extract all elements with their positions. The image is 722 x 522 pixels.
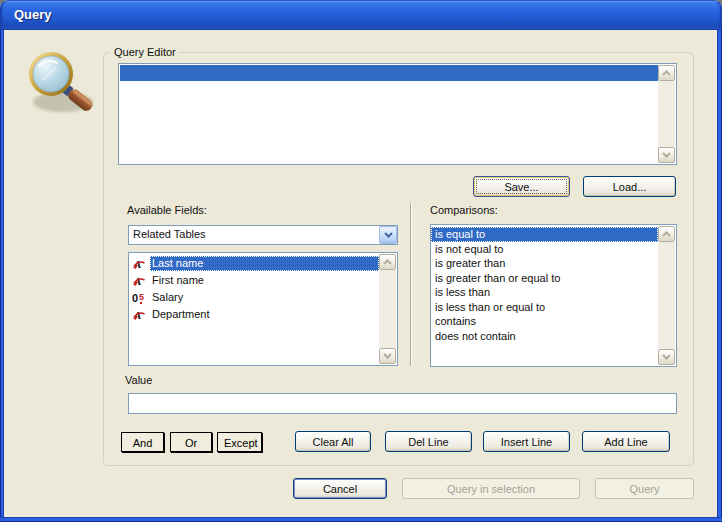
field-list-item[interactable]: A Department bbox=[129, 306, 379, 323]
field-list-item[interactable]: 0 5 Salary bbox=[129, 289, 379, 306]
comparisons-list[interactable]: is equal to is not equal to is greater t… bbox=[430, 224, 677, 367]
scroll-up-button[interactable] bbox=[658, 226, 675, 242]
svg-text:5: 5 bbox=[139, 292, 144, 302]
value-input[interactable] bbox=[128, 393, 677, 414]
dropdown-arrow-button[interactable] bbox=[379, 226, 397, 244]
text-field-icon: A bbox=[132, 308, 146, 322]
available-fields-label: Available Fields: bbox=[127, 204, 207, 217]
except-button[interactable]: Except bbox=[217, 432, 262, 452]
tables-dropdown-value: Related Tables bbox=[133, 228, 206, 240]
query-editor-list[interactable] bbox=[118, 63, 677, 165]
number-field-icon: 0 5 bbox=[132, 291, 146, 305]
chevron-down-icon bbox=[383, 353, 392, 359]
fields-list[interactable]: A Last name A First name 0 5 Salary bbox=[128, 252, 398, 366]
scrollbar-track[interactable] bbox=[658, 81, 675, 147]
window-title: Query bbox=[14, 7, 52, 22]
panel-divider bbox=[410, 203, 412, 366]
comparison-item[interactable]: is greater than bbox=[431, 256, 658, 271]
comparison-item[interactable]: contains bbox=[431, 314, 658, 329]
load-button[interactable]: Load... bbox=[583, 176, 676, 197]
comparisons-scrollbar[interactable] bbox=[658, 226, 675, 365]
text-field-icon: A bbox=[132, 274, 146, 288]
window-border-right bbox=[717, 30, 722, 522]
tables-dropdown[interactable]: Related Tables bbox=[128, 225, 398, 245]
fields-scrollbar[interactable] bbox=[379, 254, 396, 364]
chevron-down-icon bbox=[384, 232, 393, 238]
window-border-left bbox=[0, 30, 4, 522]
or-button[interactable]: Or bbox=[170, 432, 212, 452]
scroll-up-button[interactable] bbox=[379, 254, 396, 270]
query-editor-group-label: Query Editor bbox=[110, 46, 180, 59]
chevron-down-icon bbox=[662, 354, 671, 360]
scroll-down-button[interactable] bbox=[379, 348, 396, 364]
query-editor-selected-row[interactable] bbox=[120, 65, 658, 81]
clear-all-button[interactable]: Clear All bbox=[295, 431, 371, 452]
value-label: Value bbox=[125, 374, 152, 387]
text-field-icon: A bbox=[132, 257, 146, 271]
cancel-button[interactable]: Cancel bbox=[293, 478, 387, 499]
scrollbar-track[interactable] bbox=[379, 270, 396, 348]
comparison-item[interactable]: is greater than or equal to bbox=[431, 271, 658, 286]
comparison-item[interactable]: does not contain bbox=[431, 329, 658, 344]
window-border-bottom bbox=[0, 517, 722, 522]
insert-line-button[interactable]: Insert Line bbox=[483, 431, 570, 452]
save-button[interactable]: Save... bbox=[473, 176, 570, 197]
comparison-item[interactable]: is equal to bbox=[431, 227, 658, 242]
query-button[interactable]: Query bbox=[595, 478, 694, 499]
field-list-item[interactable]: A Last name bbox=[129, 255, 379, 272]
query-editor-scrollbar[interactable] bbox=[658, 65, 675, 163]
chevron-down-icon bbox=[662, 152, 671, 158]
title-bar[interactable]: Query bbox=[0, 0, 722, 30]
and-button[interactable]: And bbox=[121, 432, 164, 452]
chevron-up-icon bbox=[662, 70, 671, 76]
query-in-selection-button[interactable]: Query in selection bbox=[402, 478, 580, 499]
add-line-button[interactable]: Add Line bbox=[582, 431, 670, 452]
comparison-item[interactable]: is less than bbox=[431, 285, 658, 300]
comparison-item[interactable]: is less than or equal to bbox=[431, 300, 658, 315]
scroll-down-button[interactable] bbox=[658, 147, 675, 163]
scroll-up-button[interactable] bbox=[658, 65, 675, 81]
field-list-item[interactable]: A First name bbox=[129, 272, 379, 289]
chevron-up-icon bbox=[662, 231, 671, 237]
del-line-button[interactable]: Del Line bbox=[385, 431, 472, 452]
chevron-up-icon bbox=[383, 259, 392, 265]
comparisons-label: Comparisons: bbox=[430, 204, 498, 217]
scrollbar-track[interactable] bbox=[658, 242, 675, 349]
magnifying-glass-icon bbox=[18, 45, 103, 125]
scroll-down-button[interactable] bbox=[658, 349, 675, 365]
query-dialog: Query bbox=[0, 0, 722, 522]
comparison-item[interactable]: is not equal to bbox=[431, 242, 658, 257]
svg-text:0: 0 bbox=[132, 292, 138, 304]
